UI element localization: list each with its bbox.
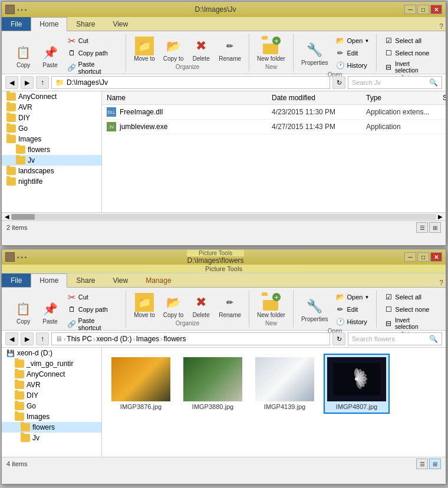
tab-file[interactable]: File — [2, 273, 31, 287]
new-folder-button[interactable]: + New folder — [254, 291, 288, 320]
tab-home[interactable]: Home — [31, 273, 67, 288]
col-date[interactable]: Date modified — [267, 93, 361, 103]
edit-button[interactable]: ✏ Edit — [333, 304, 371, 315]
properties-button[interactable]: 🔧 Properties — [298, 39, 331, 68]
file-row-dll[interactable]: DLL FreeImage.dll 4/23/2015 11:30 PM App… — [102, 105, 446, 120]
sidebar-item-vim[interactable]: _vim_go_runtir — [2, 358, 101, 369]
address-path[interactable]: 📁 D:\Images\Jv — [51, 76, 330, 89]
move-to-button[interactable]: 📁 Move to — [131, 35, 158, 64]
sidebar-item-go[interactable]: Go — [2, 123, 101, 134]
sidebar-item-anyconnect[interactable]: AnyConnect — [2, 369, 101, 380]
copy-button[interactable]: 📋 Copy — [11, 298, 35, 327]
sidebar-item-images[interactable]: Images — [2, 134, 101, 144]
tab-share[interactable]: Share — [67, 17, 104, 31]
cut-button[interactable]: ✂ Cut — [65, 35, 121, 47]
tab-share[interactable]: Share — [67, 273, 104, 287]
col-type[interactable]: Type — [361, 93, 438, 103]
file-row-exe[interactable]: JV jumbleview.exe 4/27/2015 11:43 PM App… — [102, 120, 446, 134]
copy-to-button[interactable]: 📂 Copy to — [160, 291, 186, 320]
details-view-button[interactable]: ☰ — [416, 222, 428, 233]
address-path[interactable]: 🖥 › This PC › xeon-d (D:) › Images › flo… — [51, 332, 330, 345]
details-view-button[interactable]: ☰ — [416, 459, 428, 469]
breadcrumb-flowers[interactable]: flowers — [163, 335, 186, 343]
paste-shortcut-button[interactable]: 🔗 Paste shortcut — [65, 60, 121, 76]
forward-button[interactable]: ▶ — [21, 76, 34, 89]
up-button[interactable]: ↑ — [36, 332, 49, 345]
copy-path-button[interactable]: 🗒 Copy path — [65, 47, 121, 59]
maximize-button[interactable]: □ — [417, 5, 429, 14]
sidebar-item-jv[interactable]: Jv — [2, 433, 101, 443]
maximize-button[interactable]: □ — [417, 252, 429, 262]
rename-button[interactable]: ✏ Rename — [216, 291, 244, 320]
large-icons-view-button[interactable]: ⊞ — [429, 222, 441, 233]
delete-button[interactable]: ✖ Delete — [189, 35, 213, 64]
open-button[interactable]: 📂 Open ▼ — [333, 35, 371, 47]
sidebar-item-jv[interactable]: Jv — [2, 155, 101, 166]
sidebar-item-avr[interactable]: AVR — [2, 380, 101, 390]
close-button[interactable]: ✕ — [430, 252, 442, 262]
new-folder-button[interactable]: + New folder — [254, 35, 288, 64]
paste-shortcut-button[interactable]: 🔗 Paste shortcut — [65, 316, 121, 332]
invert-selection-button[interactable]: ⊟ Invert selection — [381, 60, 436, 75]
thumbnail-imgp3876[interactable]: IMGP3876.jpg — [108, 354, 174, 414]
sidebar-item-diy[interactable]: DIY — [2, 113, 101, 123]
tab-home[interactable]: Home — [31, 17, 67, 31]
sidebar-item-images[interactable]: Images — [2, 411, 101, 422]
select-all-button[interactable]: ☑ Select all — [381, 35, 436, 47]
refresh-button[interactable]: ↻ — [332, 76, 345, 89]
minimize-button[interactable]: ─ — [404, 252, 416, 262]
col-size[interactable]: Size — [438, 93, 446, 103]
invert-selection-button[interactable]: ⊟ Invert selection — [381, 316, 436, 331]
copy-path-button[interactable]: 🗒 Copy path — [65, 304, 121, 315]
copy-to-button[interactable]: 📂 Copy to — [160, 35, 186, 64]
select-none-button[interactable]: ☐ Select none — [381, 304, 436, 315]
up-button[interactable]: ↑ — [36, 76, 49, 89]
tab-view[interactable]: View — [104, 273, 137, 287]
help-icon[interactable]: ? — [439, 279, 443, 287]
select-none-button[interactable]: ☐ Select none — [381, 47, 436, 59]
scrollbar-h[interactable]: ◀ ▶ — [2, 212, 446, 220]
tab-view[interactable]: View — [104, 17, 137, 31]
forward-button[interactable]: ▶ — [21, 332, 34, 345]
refresh-button[interactable]: ↻ — [332, 332, 345, 345]
search-box[interactable]: Search flowers 🔍 — [348, 332, 442, 345]
open-button[interactable]: 📂 Open ▼ — [333, 291, 371, 303]
help-icon[interactable]: ? — [439, 22, 443, 31]
delete-button[interactable]: ✖ Delete — [189, 291, 213, 320]
search-box[interactable]: Search Jv 🔍 — [348, 76, 442, 89]
sidebar-item-diy[interactable]: DIY — [2, 390, 101, 401]
sidebar-item-flowers[interactable]: flowers — [2, 144, 101, 155]
breadcrumb-images[interactable]: Images — [136, 335, 159, 343]
tab-manage[interactable]: Manage — [137, 273, 180, 287]
thumbnail-imgp3880[interactable]: IMGP3880.jpg — [180, 354, 246, 414]
sidebar-item-go[interactable]: Go — [2, 401, 101, 411]
tab-file[interactable]: File — [2, 17, 31, 31]
history-button[interactable]: 🕐 History — [333, 316, 371, 328]
sidebar-item-nightlife[interactable]: nightlife — [2, 176, 101, 187]
scroll-right[interactable]: ▶ — [436, 213, 444, 220]
paste-button[interactable]: 📌 Paste — [38, 41, 62, 70]
properties-button[interactable]: 🔧 Properties — [298, 295, 331, 324]
select-all-button[interactable]: ☑ Select all — [381, 291, 436, 303]
thumbnail-imgp4807[interactable]: IMGP4807.jpg — [324, 354, 390, 414]
rename-button[interactable]: ✏ Rename — [216, 35, 244, 64]
history-button[interactable]: 🕐 History — [333, 60, 371, 71]
edit-button[interactable]: ✏ Edit — [333, 47, 371, 59]
breadcrumb-drive[interactable]: xeon-d (D:) — [96, 335, 131, 343]
move-to-button[interactable]: 📁 Move to — [131, 291, 158, 320]
sidebar-item-anyconnect[interactable]: AnyConnect — [2, 91, 101, 102]
sidebar-item-xeond[interactable]: 💾 xeon-d (D:) — [2, 348, 101, 358]
breadcrumb-this-pc[interactable]: This PC — [67, 335, 92, 343]
copy-button[interactable]: 📋 Copy — [11, 41, 35, 70]
thumbnail-imgp4139[interactable]: IMGP4139.jpg — [252, 354, 318, 414]
large-icons-view-button[interactable]: ⊞ — [429, 459, 441, 469]
paste-button[interactable]: 📌 Paste — [38, 298, 62, 327]
cut-button[interactable]: ✂ Cut — [65, 291, 121, 303]
close-button[interactable]: ✕ — [430, 5, 442, 14]
sidebar-item-flowers-sel[interactable]: flowers — [2, 422, 101, 433]
back-button[interactable]: ◀ — [5, 332, 18, 345]
scroll-left[interactable]: ◀ — [3, 213, 11, 220]
col-name[interactable]: Name — [102, 93, 267, 103]
sidebar-item-landscapes[interactable]: landscapes — [2, 166, 101, 176]
back-button[interactable]: ◀ — [5, 76, 18, 89]
